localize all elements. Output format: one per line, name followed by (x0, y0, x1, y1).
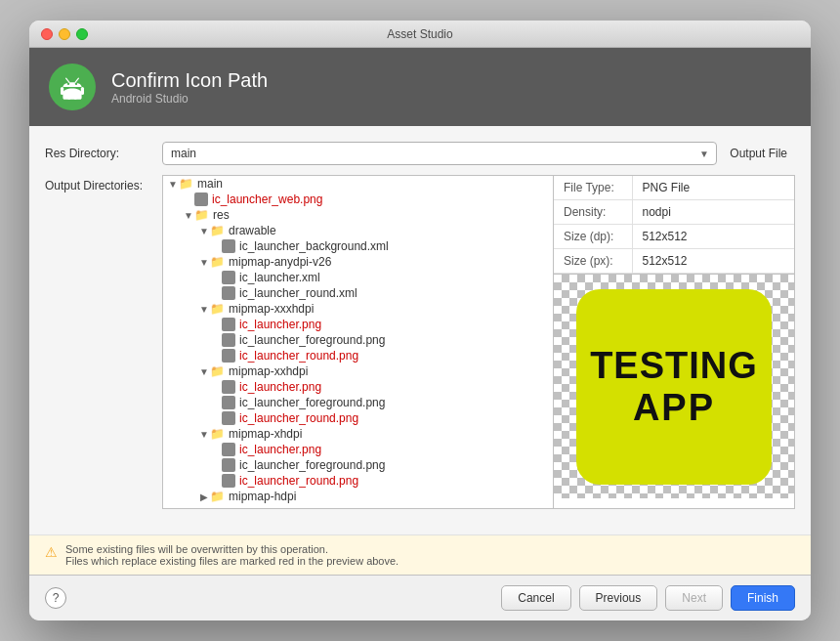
res-directory-label: Res Directory: (45, 147, 162, 160)
expand-arrow-xhdpi: ▼ (198, 429, 210, 440)
folder-icon-hdpi: 📁 (210, 490, 225, 503)
dialog-title: Confirm Icon Path (111, 69, 268, 92)
close-button[interactable] (41, 28, 53, 40)
tree-item-ic-launcher-background[interactable]: ic_launcher_background.xml (163, 238, 553, 254)
tree-item-mipmap-xhdpi[interactable]: ▼ 📁 mipmap-xhdpi (163, 426, 553, 442)
android-icon (49, 64, 96, 110)
titlebar: Asset Studio (29, 21, 811, 48)
app-icon-preview: TESTING APP (576, 289, 772, 485)
tree-item-main[interactable]: ▼ 📁 main (163, 176, 553, 192)
expand-arrow-res: ▼ (183, 210, 194, 221)
tree-item-xxhdpi-2[interactable]: ic_launcher_foreground.png (163, 395, 553, 410)
tree-label-xxhdpi-1: ic_launcher.png (239, 380, 321, 394)
tree-item-ic-launcher-web[interactable]: ic_launcher_web.png (163, 192, 553, 207)
expand-arrow-xxhdpi: ▼ (198, 366, 210, 377)
warning-text: Some existing files will be overwritten … (65, 543, 399, 567)
folder-icon-xxxhdpi: 📁 (210, 302, 225, 316)
output-dir-row: Output Directories: ▼ 📁 main ic_launcher… (45, 175, 795, 509)
preview-text-line2: APP (633, 387, 715, 429)
tree-item-mipmap-xxhdpi[interactable]: ▼ 📁 mipmap-xxhdpi (163, 363, 553, 379)
tree-item-xxxhdpi-3[interactable]: ic_launcher_round.png (163, 348, 553, 363)
file-icon-xxhdpi-1 (222, 380, 235, 394)
finish-button[interactable]: Finish (731, 585, 795, 611)
expand-arrow-main: ▼ (167, 179, 179, 190)
res-directory-row: Res Directory: main ▼ Output File (45, 142, 795, 165)
dialog-content: Res Directory: main ▼ Output File Output… (29, 126, 811, 534)
tree-item-xhdpi-1[interactable]: ic_launcher.png (163, 442, 553, 457)
tree-item-xxxhdpi-2[interactable]: ic_launcher_foreground.png (163, 332, 553, 348)
dialog-subtitle: Android Studio (111, 92, 268, 106)
tree-label-main: main (197, 177, 223, 191)
tree-label-xxxhdpi-2: ic_launcher_foreground.png (239, 333, 385, 347)
folder-icon-xxhdpi: 📁 (210, 364, 225, 378)
svg-point-4 (67, 83, 69, 85)
tree-label-xhdpi-3: ic_launcher_round.png (239, 474, 358, 488)
tree-item-xxhdpi-3[interactable]: ic_launcher_round.png (163, 410, 553, 426)
minimize-button[interactable] (59, 28, 70, 40)
warning-icon: ⚠ (45, 544, 58, 560)
tree-label-xhdpi-2: ic_launcher_foreground.png (239, 458, 385, 472)
help-button[interactable]: ? (45, 587, 66, 609)
warning-bar: ⚠ Some existing files will be overwritte… (29, 534, 811, 575)
file-icon-bg-xml (222, 239, 235, 253)
tree-label-drawable: drawable (229, 224, 276, 237)
tree-item-xxhdpi-1[interactable]: ic_launcher.png (163, 379, 553, 395)
svg-rect-1 (81, 87, 84, 95)
size-dp-label: Size (dp): (554, 225, 632, 249)
tree-item-mipmap-hdpi[interactable]: ▶ 📁 mipmap-hdpi (163, 489, 553, 504)
main-window: Asset Studio Confirm Icon Path Android S… (29, 21, 811, 620)
dialog-header: Confirm Icon Path Android Studio (29, 48, 811, 126)
tree-item-xhdpi-3[interactable]: ic_launcher_round.png (163, 473, 553, 489)
tree-label-xxhdpi-3: ic_launcher_round.png (239, 411, 358, 425)
footer-left: ? (45, 587, 66, 609)
warning-line2: Files which replace existing files are m… (65, 555, 399, 567)
density-value: nodpi (632, 200, 794, 225)
size-px-value: 512x512 (632, 249, 794, 274)
tree-label-mipmap-xxxhdpi: mipmap-xxxhdpi (229, 302, 314, 316)
svg-rect-0 (61, 87, 63, 95)
file-icon-xhdpi-1 (222, 443, 235, 456)
right-panel: File Type: PNG File Density: nodpi Size … (554, 176, 794, 508)
tree-label-mipmap-xhdpi: mipmap-xhdpi (229, 427, 302, 441)
file-icon-xxhdpi-2 (222, 396, 235, 409)
tree-label-xxxhdpi-1: ic_launcher.png (239, 318, 321, 331)
icon-preview-area: TESTING APP (554, 274, 794, 498)
tree-label-ic-launcher-web: ic_launcher_web.png (212, 192, 322, 206)
size-px-label: Size (px): (554, 249, 632, 274)
svg-rect-2 (67, 95, 70, 100)
tree-item-drawable[interactable]: ▼ 📁 drawable (163, 223, 553, 238)
tree-item-xhdpi-2[interactable]: ic_launcher_foreground.png (163, 457, 553, 473)
tree-item-anydpi-ic-launcher[interactable]: ic_launcher.xml (163, 270, 553, 285)
folder-icon-xhdpi: 📁 (210, 427, 225, 441)
expand-arrow-xxxhdpi: ▼ (198, 304, 210, 315)
file-icon-xhdpi-3 (222, 474, 235, 488)
tree-label-xhdpi-1: ic_launcher.png (239, 443, 321, 456)
maximize-button[interactable] (76, 28, 88, 40)
folder-icon-main: 📁 (179, 177, 193, 191)
tree-item-mipmap-xxxhdpi[interactable]: ▼ 📁 mipmap-xxxhdpi (163, 301, 553, 317)
tree-item-res[interactable]: ▼ 📁 res (163, 207, 553, 223)
tree-item-anydpi-ic-launcher-round[interactable]: ic_launcher_round.xml (163, 285, 553, 301)
folder-icon-anydpi: 📁 (210, 255, 225, 269)
size-px-row: Size (px): 512x512 (554, 249, 794, 274)
tree-label-mipmap-xxhdpi: mipmap-xxhdpi (229, 364, 308, 378)
svg-rect-3 (74, 95, 77, 100)
footer-buttons: Cancel Previous Next Finish (501, 585, 795, 611)
svg-point-5 (75, 83, 77, 85)
file-icon-anydpi-xml2 (222, 286, 235, 300)
file-type-value: PNG File (632, 176, 794, 200)
next-button[interactable]: Next (665, 585, 723, 611)
file-type-label: File Type: (554, 176, 632, 200)
res-directory-select[interactable]: main (162, 142, 717, 165)
file-icon-xxxhdpi-3 (222, 349, 235, 363)
previous-button[interactable]: Previous (579, 585, 658, 611)
res-directory-select-wrapper: main ▼ (162, 142, 717, 165)
tree-item-xxxhdpi-1[interactable]: ic_launcher.png (163, 317, 553, 332)
density-label: Density: (554, 200, 632, 225)
tree-label-res: res (213, 208, 230, 222)
tree-label-anydpi-ic-launcher: ic_launcher.xml (239, 271, 320, 284)
header-text: Confirm Icon Path Android Studio (111, 69, 268, 106)
tree-item-mipmap-anydpi[interactable]: ▼ 📁 mipmap-anydpi-v26 (163, 254, 553, 270)
size-dp-value: 512x512 (632, 225, 794, 249)
cancel-button[interactable]: Cancel (501, 585, 570, 611)
